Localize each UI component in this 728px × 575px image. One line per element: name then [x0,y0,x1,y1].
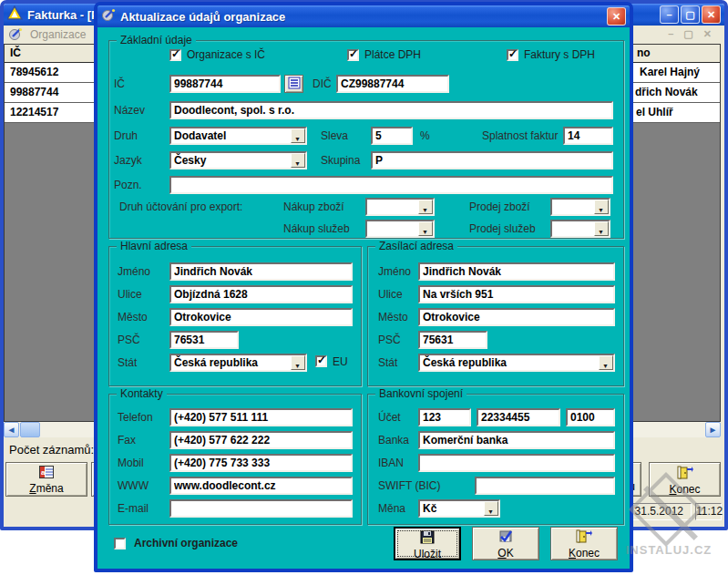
ship-mesto-input[interactable] [418,308,615,326]
close-button[interactable]: ✕ [702,5,721,24]
minimize-button[interactable]: – [660,5,679,24]
prodej-zbozi-dropdown[interactable] [550,198,610,216]
stat-label: Stát [118,356,137,369]
dialog-konec-button[interactable]: Konec [550,527,618,560]
dic-input[interactable] [336,75,449,93]
pozn-label: Pozn. [114,179,142,191]
dialog-titlebar: Aktualizace údajů organizace ✕ [97,5,630,27]
email-input[interactable] [169,499,353,518]
zmena-button[interactable]: a Změna [5,462,87,497]
chevron-down-icon[interactable] [418,221,433,236]
group-bank-legend: Bankovní spojení [375,387,467,400]
chevron-down-icon[interactable] [484,501,498,516]
dialog-window: Aktualizace údajů organizace ✕ Základní … [94,2,633,572]
psc-label: PSČ [118,334,140,346]
skupina-input[interactable] [371,151,613,169]
mesto-label: Město [118,311,148,323]
column-header-name-fragment[interactable]: no [637,45,651,62]
prodej-sluzeb-dropdown[interactable] [550,220,610,238]
ulozit-button[interactable]: Uložit [394,527,461,560]
www-input[interactable] [169,477,353,495]
main-stat-dropdown[interactable]: Česká republika [169,354,307,372]
stat-label: Stát [378,356,397,369]
ship-jmeno-input[interactable] [418,262,615,281]
mesto-label: Město [378,311,408,323]
ares-lookup-button[interactable] [284,75,303,93]
ship-psc-input[interactable] [418,331,487,349]
ucet-label: Účet [378,411,401,424]
archiv-label: Archivní organizace [134,537,238,549]
ok-button[interactable]: OK [472,527,539,560]
chevron-down-icon[interactable] [291,128,305,143]
nazev-input[interactable] [169,101,613,119]
fax-input[interactable] [169,431,353,449]
maximize-button[interactable]: ▢ [681,5,700,24]
jmeno-label: Jméno [378,265,411,278]
eu-checkbox[interactable] [315,355,327,367]
cell-ic: 78945612 [10,66,58,78]
sleva-input[interactable] [371,127,413,145]
mena-label: Měna [378,502,405,515]
svg-text:a: a [41,468,46,477]
cell-name: Karel Hajný [640,63,700,82]
dialog-konec-label: Konec [551,547,617,560]
ok-check-icon [498,529,513,547]
chevron-down-icon[interactable] [599,355,613,370]
main-ulice-input[interactable] [169,285,353,303]
scrollbar-thumb[interactable] [20,422,40,437]
jazyk-label: Jazyk [114,154,142,167]
ucet-number-input[interactable] [477,408,560,426]
cell-name: dřich Novák [635,83,698,102]
ucet-code-input[interactable] [566,408,615,426]
ulozit-label: Uložit [395,548,459,560]
scroll-left-arrow[interactable]: ◄ [4,422,19,437]
www-label: WWW [118,479,149,492]
splatnost-input[interactable] [563,127,613,145]
swift-label: SWIFT (BIC) [378,479,440,492]
status-time: 11:12 [695,503,722,520]
druh-dropdown[interactable]: Dodavatel [169,127,307,145]
organizace-s-ic-label: Organizace s IČ [187,48,265,61]
ship-stat-dropdown[interactable]: Česká republika [418,354,615,372]
faktury-s-dph-checkbox[interactable] [507,49,518,61]
mobil-input[interactable] [169,454,353,472]
mena-dropdown[interactable]: Kč [418,499,500,518]
ok-label: OK [473,547,538,560]
chevron-down-icon[interactable] [418,200,433,214]
main-psc-input[interactable] [169,331,239,349]
export-label: Druh účtování pro export: [119,200,242,213]
organization-stamp-icon [8,27,23,43]
app-logo-icon [7,5,23,24]
chevron-down-icon[interactable] [594,200,609,214]
prodej-sluzeb-label: Prodej služeb [469,222,536,235]
nakup-sluzeb-dropdown[interactable] [365,220,435,238]
jazyk-dropdown[interactable]: Česky [169,151,307,169]
telefon-input[interactable] [169,408,353,426]
archiv-checkbox[interactable] [114,538,126,549]
menu-item-organizace[interactable]: Organizace [30,28,86,41]
dialog-stamp-icon [101,8,116,25]
swift-input[interactable] [475,477,615,495]
nakup-zbozi-dropdown[interactable] [365,198,435,216]
prodej-zbozi-label: Prodej zboží [469,200,530,213]
platce-dph-checkbox[interactable] [347,49,359,61]
telefon-label: Telefon [118,411,153,424]
main-mesto-input[interactable] [169,308,353,326]
mdi-window-controls[interactable]: – ▢ ✕ [668,28,715,40]
ship-ulice-input[interactable] [418,285,615,303]
main-jmeno-input[interactable] [169,262,353,281]
pozn-input[interactable] [169,176,613,194]
scroll-right-arrow[interactable]: ► [705,422,721,437]
group-contacts-legend: Kontakty [117,387,167,400]
window-konec-button[interactable]: Konec [649,462,721,497]
ucet-prefix-input[interactable] [418,408,471,426]
dialog-close-button[interactable]: ✕ [607,7,626,26]
column-header-ic[interactable]: IČ [10,46,21,59]
banka-input[interactable] [418,431,615,449]
chevron-down-icon[interactable] [594,221,609,236]
ic-input[interactable] [169,75,281,93]
iban-input[interactable] [418,454,615,472]
chevron-down-icon[interactable] [291,355,305,370]
organizace-s-ic-checkbox[interactable] [169,49,181,61]
chevron-down-icon[interactable] [291,153,305,168]
